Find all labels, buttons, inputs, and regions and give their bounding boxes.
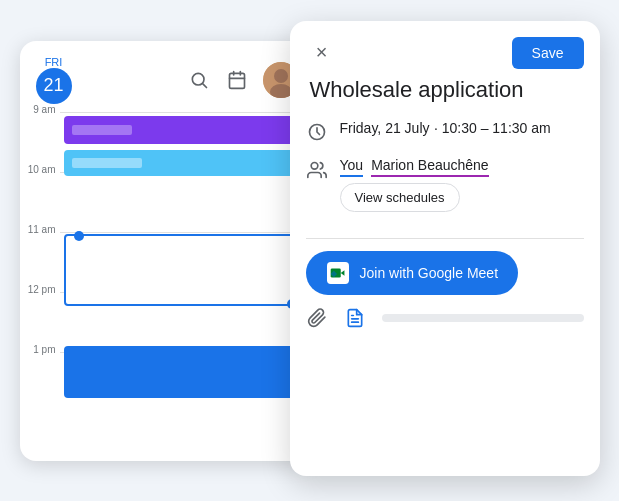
search-icon[interactable]	[187, 68, 211, 92]
calendar-body: 9 am 10 am 11 am 12 pm 1 pm	[20, 112, 315, 461]
join-meet-button[interactable]: Join with Google Meet	[306, 251, 519, 295]
svg-point-7	[274, 69, 288, 83]
attachment-icon[interactable]	[306, 307, 328, 329]
event-time: 10:30 – 11:30 am	[442, 120, 551, 136]
bottom-icons-row	[306, 307, 584, 329]
save-button[interactable]: Save	[512, 37, 584, 69]
event-blue-2[interactable]	[64, 346, 307, 398]
svg-point-0	[192, 73, 204, 85]
time-1pm: 1 pm	[22, 344, 56, 355]
notes-icon[interactable]	[344, 307, 366, 329]
time-grid: 9 am 10 am 11 am 12 pm 1 pm	[60, 112, 315, 461]
time-11am: 11 am	[22, 224, 56, 235]
day-number: 21	[36, 68, 72, 104]
svg-line-1	[202, 84, 206, 88]
detail-header: × Save	[306, 37, 584, 69]
day-label: FRI	[45, 57, 63, 68]
attendees-list: You Marion Beauchêne	[340, 157, 489, 177]
attendee-you: You	[340, 157, 364, 177]
people-icon	[306, 159, 328, 181]
event-title: Wholesale application	[306, 77, 584, 103]
time-9am: 9 am	[22, 104, 56, 115]
meet-button-label: Join with Google Meet	[360, 265, 499, 281]
meet-icon	[326, 261, 350, 285]
event-blue-1[interactable]	[64, 150, 307, 176]
calendar-icon[interactable]	[225, 68, 249, 92]
event-purple[interactable]	[64, 116, 307, 144]
bottom-bar	[382, 314, 584, 322]
date-time-row: Friday, 21 July · 10:30 – 11:30 am	[306, 119, 584, 143]
svg-point-10	[311, 162, 318, 169]
divider	[306, 238, 584, 239]
attendee-marion: Marion Beauchêne	[371, 157, 489, 177]
view-schedules-button[interactable]: View schedules	[340, 183, 460, 212]
time-10am: 10 am	[22, 164, 56, 175]
time-12pm: 12 pm	[22, 284, 56, 295]
event-date: Friday, 21 July	[340, 120, 430, 136]
calendar-card: FRI 21	[20, 41, 315, 461]
date-dot: ·	[434, 120, 442, 136]
close-button[interactable]: ×	[306, 37, 338, 69]
detail-card: × Save Wholesale application Friday, 21 …	[290, 21, 600, 476]
svg-rect-2	[229, 73, 244, 88]
event-outline[interactable]	[64, 234, 307, 306]
meet-row: Join with Google Meet	[306, 251, 584, 295]
day-info: FRI 21	[36, 57, 72, 104]
clock-icon	[306, 121, 328, 143]
attendees-row: You Marion Beauchêne View schedules	[306, 157, 584, 212]
